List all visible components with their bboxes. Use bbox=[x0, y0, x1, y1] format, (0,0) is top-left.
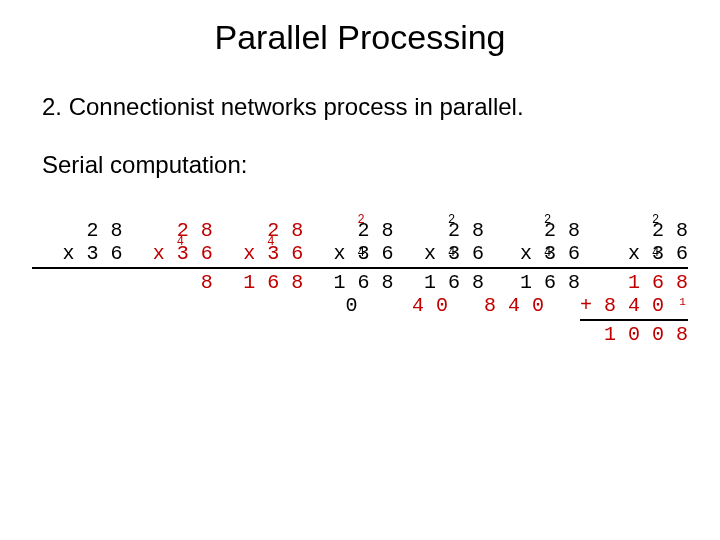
operand-bottom: x 3 6 bbox=[32, 242, 122, 265]
carry-digits: 4 bbox=[170, 193, 213, 270]
operand-top: 2 8 bbox=[32, 219, 122, 242]
mult-step: 2 4 2 8 x 3 6 1 1 6 8 + 8 4 0 1 0 0 8 bbox=[580, 219, 688, 346]
final-sum: 1 0 0 8 bbox=[604, 323, 688, 346]
point-text: 2. Connectionist networks process in par… bbox=[42, 93, 720, 121]
slide-title: Parallel Processing bbox=[0, 18, 720, 57]
mult-step: 2 4 2 8 x 3 6 1 6 8 8 4 0 bbox=[484, 219, 580, 317]
rule-line bbox=[580, 319, 688, 321]
subtitle: Serial computation: bbox=[42, 151, 720, 179]
carry-digits: 4 bbox=[260, 193, 303, 270]
carry-digits: 2 4 bbox=[350, 193, 393, 281]
partial-1: 8 bbox=[122, 271, 212, 294]
mult-step: 2 4 2 8 x 3 6 1 6 8 0 bbox=[303, 219, 393, 317]
carry-digits: 2 4 bbox=[537, 193, 580, 281]
steps-row: 2 8 x 3 6 4 2 8 x 3 6 8 4 2 8 x 3 6 1 6 … bbox=[0, 219, 720, 346]
partial-2: 8 4 0 bbox=[484, 294, 580, 317]
mult-step: 4 2 8 x 3 6 1 6 8 bbox=[213, 219, 303, 294]
mult-step: 2 4 2 8 x 3 6 1 6 8 4 0 bbox=[394, 219, 484, 317]
mult-step: 4 2 8 x 3 6 8 bbox=[122, 219, 212, 294]
partial-1: 1 6 8 bbox=[213, 271, 303, 294]
mult-step: 2 8 x 3 6 bbox=[32, 219, 122, 271]
carry-digits: 2 4 bbox=[645, 193, 688, 281]
carry-digits: 2 4 bbox=[441, 193, 484, 281]
column-carry: 1 bbox=[679, 296, 686, 309]
rule-line bbox=[32, 267, 122, 269]
partial-2: 4 0 bbox=[412, 294, 484, 317]
partial-2: 0 bbox=[303, 294, 393, 317]
